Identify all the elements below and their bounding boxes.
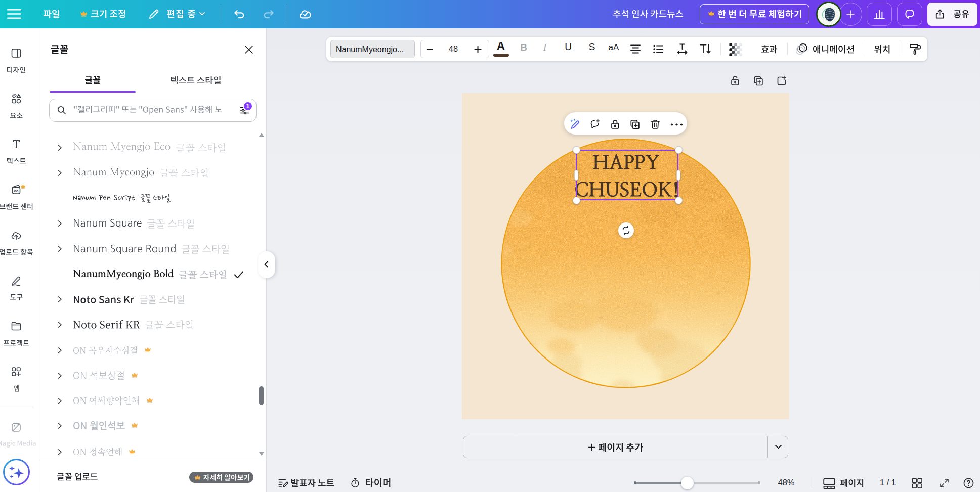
svg-text:co: co [14, 189, 19, 193]
